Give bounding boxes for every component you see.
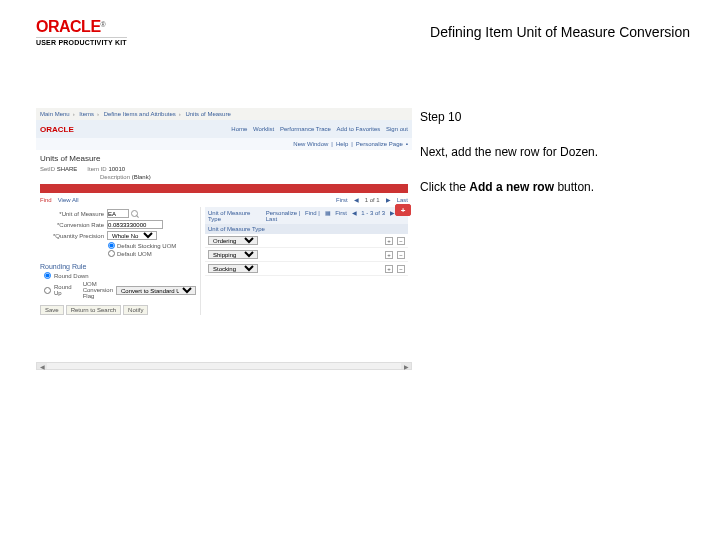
grid-next-icon[interactable]: ▶: [390, 210, 395, 216]
instr2-bold: Add a new row: [469, 180, 554, 194]
convrate-input[interactable]: [107, 220, 163, 229]
find-link[interactable]: Find: [40, 197, 52, 203]
grid-last[interactable]: Last: [266, 216, 277, 222]
scroll-left-icon[interactable]: ◀: [37, 363, 47, 369]
itemid-value: 10010: [108, 166, 125, 172]
page-title: Defining Item Unit of Measure Conversion: [430, 24, 690, 40]
rounddown-label: Round Down: [54, 273, 89, 279]
roundup-label: Round Up: [54, 284, 78, 296]
grid-nav: 1 - 3 of 3: [361, 210, 385, 216]
radio-default-uom-input[interactable]: [108, 250, 115, 257]
breadcrumb: Main Menu› Items› Define Items and Attri…: [36, 108, 412, 120]
nav-arrows-icon[interactable]: ◀: [354, 196, 359, 203]
util-personalize[interactable]: Personalize Page: [356, 141, 403, 147]
util-help[interactable]: Help: [336, 141, 348, 147]
utility-bar: New Window | Help | Personalize Page ▪: [36, 138, 412, 150]
link-worklist[interactable]: Worklist: [253, 126, 274, 132]
topbar-links: Home Worklist Performance Trace Add to F…: [227, 126, 408, 132]
grid-subheader: Unit of Measure Type: [205, 224, 408, 234]
uomtype-select-0[interactable]: Ordering: [208, 236, 258, 245]
grid-first[interactable]: First: [335, 210, 347, 216]
delete-row-button[interactable]: −: [397, 251, 405, 259]
table-row: Stocking + −: [205, 262, 408, 276]
uomtype-select-2[interactable]: Stocking: [208, 264, 258, 273]
nav-arrows-icon[interactable]: ▶: [386, 196, 391, 203]
lookup-icon[interactable]: [131, 210, 138, 217]
add-row-button[interactable]: +: [385, 265, 393, 273]
instr2-post: button.: [554, 180, 594, 194]
uom-input[interactable]: [107, 209, 129, 218]
rounddown-radio[interactable]: [44, 272, 51, 279]
roundup-radio[interactable]: [44, 287, 51, 294]
notify-button[interactable]: Notify: [123, 305, 148, 315]
uomflag-select[interactable]: Convert to Standard UOM: [116, 286, 196, 295]
scroll-right-icon[interactable]: ▶: [401, 363, 411, 369]
rounding-title: Rounding Rule: [40, 263, 196, 270]
grid-find[interactable]: Find: [305, 210, 317, 216]
red-divider: [40, 184, 408, 193]
itemid-label: Item ID: [87, 166, 106, 172]
grid-sheet-icon[interactable]: ▦: [325, 210, 331, 216]
crumb-2[interactable]: Define Items and Attributes: [104, 111, 176, 117]
util-http-icon[interactable]: ▪: [406, 141, 408, 147]
qtyprec-select[interactable]: Whole No: [107, 231, 157, 240]
logo-block: ORACLE® USER PRODUCTIVITY KIT: [36, 18, 127, 46]
product-line: USER PRODUCTIVITY KIT: [36, 37, 127, 46]
convrate-label: *Conversion Rate: [40, 222, 104, 228]
crumb-3[interactable]: Units of Measure: [185, 111, 230, 117]
grid-title: Unit of Measure Type: [208, 210, 263, 222]
crumb-0[interactable]: Main Menu: [40, 111, 70, 117]
setid-label: SetID: [40, 166, 55, 172]
delete-row-button[interactable]: −: [397, 237, 405, 245]
step-instruction-2: Click the Add a new row button.: [420, 178, 700, 197]
scroll-header: Find View All First ◀ 1 of 1 ▶ Last: [40, 196, 408, 203]
desc-label: Description: [100, 174, 130, 180]
grid-col-label: Unit of Measure Type: [208, 226, 265, 232]
grid-header: Unit of Measure Type Personalize | Find …: [205, 207, 408, 224]
nav-position: 1 of 1: [365, 197, 380, 203]
add-row-button[interactable]: +: [385, 237, 393, 245]
app-screenshot: Main Menu› Items› Define Items and Attri…: [36, 108, 412, 368]
viewall-link[interactable]: View All: [58, 197, 79, 203]
uom-label: *Unit of Measure: [40, 211, 104, 217]
step-heading: Step 10: [420, 108, 700, 127]
instr2-pre: Click the: [420, 180, 469, 194]
step-column: Step 10 Next, add the new row for Dozen.…: [420, 108, 700, 214]
section-title: Units of Measure: [40, 154, 408, 163]
return-button[interactable]: Return to Search: [66, 305, 121, 315]
brand-tm: ®: [101, 21, 106, 28]
uomtype-select-1[interactable]: Shipping: [208, 250, 258, 259]
grid-prev-icon[interactable]: ◀: [352, 210, 357, 216]
link-perftrace[interactable]: Performance Trace: [280, 126, 331, 132]
left-pane: *Unit of Measure *Conversion Rate *Quant…: [40, 207, 200, 315]
grid-pane: + Unit of Measure Type Personalize | Fin…: [200, 207, 408, 315]
first-link[interactable]: First: [336, 197, 348, 203]
table-row: Ordering + −: [205, 234, 408, 248]
last-link[interactable]: Last: [397, 197, 408, 203]
brand-word: ORACLE: [36, 18, 101, 35]
crumb-1[interactable]: Items: [79, 111, 94, 117]
step-instruction-1: Next, add the new row for Dozen.: [420, 143, 700, 162]
qtyprec-label: *Quantity Precision: [40, 233, 104, 239]
add-row-button[interactable]: +: [385, 251, 393, 259]
desc-value: (Blank): [132, 174, 151, 180]
link-home[interactable]: Home: [231, 126, 247, 132]
radio-default-uom[interactable]: Default UOM: [108, 250, 196, 257]
radio-default-stocking-input[interactable]: [108, 242, 115, 249]
uomflag-label: UOM Conversion Flag: [83, 281, 113, 299]
setid-value: SHARE: [57, 166, 78, 172]
table-row: Shipping + −: [205, 248, 408, 262]
topbar-brand: ORACLE: [40, 125, 74, 134]
util-newwindow[interactable]: New Window: [293, 141, 328, 147]
add-row-highlight[interactable]: +: [395, 204, 411, 216]
save-button[interactable]: Save: [40, 305, 64, 315]
link-favorites[interactable]: Add to Favorites: [337, 126, 381, 132]
radio-default-stocking[interactable]: Default Stocking UOM: [108, 242, 196, 249]
delete-row-button[interactable]: −: [397, 265, 405, 273]
horizontal-scrollbar[interactable]: ◀ ▶: [36, 362, 412, 370]
topbar: ORACLE Home Worklist Performance Trace A…: [36, 120, 412, 138]
link-signout[interactable]: Sign out: [386, 126, 408, 132]
